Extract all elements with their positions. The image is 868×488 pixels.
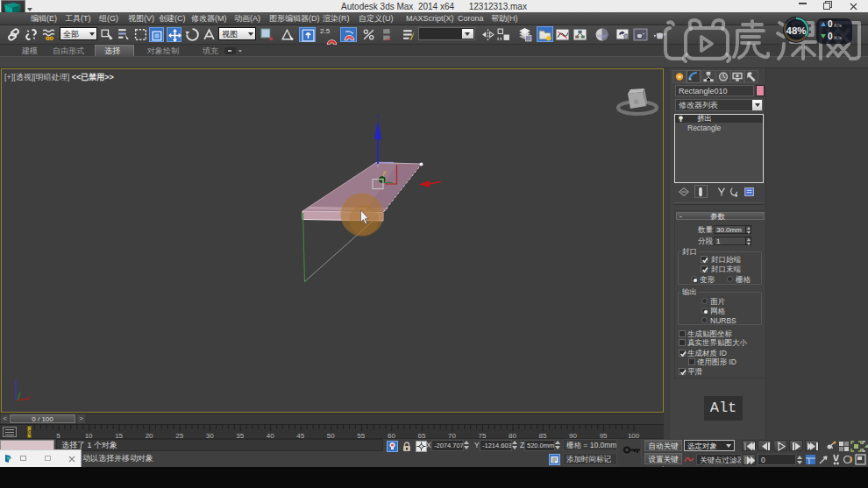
svg-text:48%: 48% bbox=[786, 25, 806, 36]
svg-text:前: 前 bbox=[633, 99, 639, 104]
